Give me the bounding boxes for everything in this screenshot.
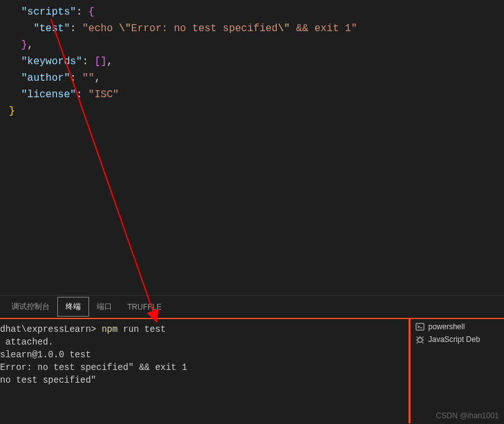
terminal-item-label: powershell bbox=[428, 322, 465, 331]
terminal-line: slearn@1.0.0 test bbox=[0, 348, 409, 361]
terminal-item-label: JavaScript Deb bbox=[428, 335, 480, 344]
terminal-output[interactable]: dhat\expressLearn> npm run test attached… bbox=[0, 319, 409, 423]
svg-point-2 bbox=[418, 338, 423, 342]
panel-tab-debug-console[interactable]: 调试控制台 bbox=[4, 297, 57, 316]
panel-tab-bar: 调试控制台终端端口TRUFFLE bbox=[0, 296, 504, 318]
panel-tab-ports[interactable]: 端口 bbox=[89, 297, 120, 316]
code-line[interactable]: "license": "ISC" bbox=[9, 86, 504, 103]
code-line[interactable]: }, bbox=[9, 37, 504, 53]
terminal-line: dhat\expressLearn> npm run test bbox=[0, 323, 409, 336]
code-line[interactable]: } bbox=[9, 103, 504, 120]
terminal-line: attached. bbox=[0, 336, 409, 348]
bug-icon bbox=[416, 335, 424, 344]
code-line[interactable]: "keywords": [], bbox=[9, 53, 504, 70]
watermark-text: CSDN @ihan1001 bbox=[436, 411, 499, 420]
powershell-icon bbox=[416, 322, 424, 331]
code-line[interactable]: "author": "", bbox=[9, 70, 504, 86]
terminal-item[interactable]: powershell bbox=[410, 320, 504, 333]
terminal-item[interactable]: JavaScript Deb bbox=[410, 333, 504, 346]
terminal-line: no test specified" bbox=[0, 374, 409, 386]
terminal-sidebar: powershellJavaScript Deb bbox=[409, 319, 504, 423]
code-line[interactable]: "scripts": { bbox=[9, 4, 504, 20]
code-editor[interactable]: "scripts": { "test": "echo \"Error: no t… bbox=[0, 0, 504, 296]
panel-tab-truffle[interactable]: TRUFFLE bbox=[120, 299, 169, 315]
code-line[interactable]: "test": "echo \"Error: no test specified… bbox=[9, 20, 504, 37]
panel-tab-terminal[interactable]: 终端 bbox=[57, 297, 89, 317]
terminal-line: Error: no test specified" && exit 1 bbox=[0, 361, 409, 374]
terminal-panel: dhat\expressLearn> npm run test attached… bbox=[0, 318, 504, 423]
